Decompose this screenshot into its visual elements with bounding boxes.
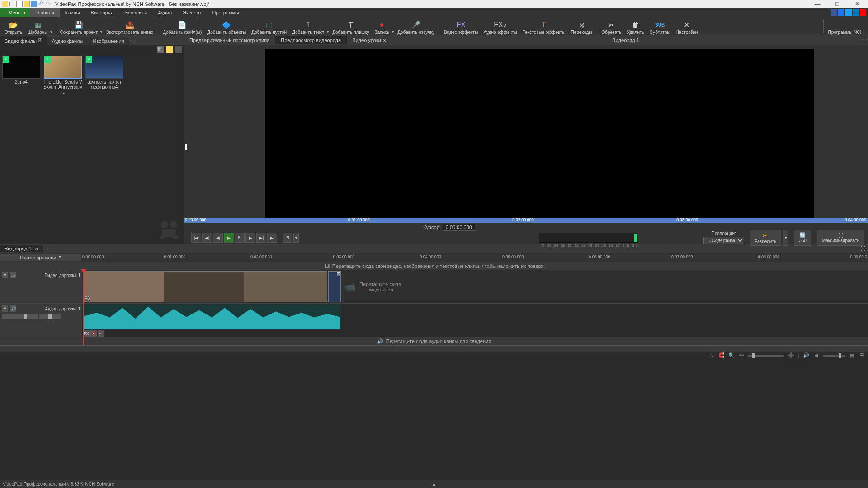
rotate360-button[interactable]: 🔄 360	[794, 230, 811, 246]
video-effects-button[interactable]: FX Видео эффекты	[441, 17, 481, 35]
dropdown-icon[interactable]: ▼	[391, 30, 395, 34]
overlay-drop-hint[interactable]: 🎞 Перетащите сюда свои видео, изображени…	[0, 262, 868, 270]
preview-tab-clip[interactable]: Предварительный просмотр клипа	[184, 36, 275, 44]
save-disk-icon[interactable]	[31, 1, 37, 7]
timeline-view-icon[interactable]: ☰	[859, 352, 865, 359]
twitter-icon[interactable]	[845, 9, 852, 16]
timeline-tab-add[interactable]: +	[43, 245, 51, 252]
add-narration-button[interactable]: 🎤 Добавить озвучку	[395, 17, 437, 35]
add-blank-button[interactable]: ▢ Добавить пустой	[249, 17, 289, 35]
horizontal-scrollbar[interactable]	[0, 345, 868, 352]
bin-tab-images[interactable]: Изображения	[88, 37, 129, 45]
goto-end-button[interactable]: ▶|	[267, 233, 277, 243]
playhead[interactable]	[83, 270, 84, 345]
transitions-button[interactable]: ⤨ Переходы	[568, 17, 595, 35]
tab-audio[interactable]: Аудио	[152, 8, 177, 17]
like-icon[interactable]	[831, 9, 837, 16]
timeline-ruler[interactable]: 0:00:00.000 0:01:00.000 0:02:00.000 0:03…	[81, 253, 868, 262]
goto-start-button[interactable]: |◀	[191, 233, 201, 243]
record-button[interactable]: ● Запись	[372, 17, 392, 35]
undo-icon[interactable]: ↶	[38, 1, 44, 7]
zoom-out-icon[interactable]: ➖	[738, 352, 745, 359]
step-back-button[interactable]: ◀|	[202, 233, 212, 243]
tab-export[interactable]: Экспорт	[177, 8, 207, 17]
audio-drop-hint[interactable]: 🔊 Перетащите сюда аудио клипы для сведен…	[0, 337, 868, 345]
bin-delete-icon[interactable]: 🗑	[157, 46, 164, 53]
volume-slider[interactable]	[2, 314, 38, 319]
main-menu-button[interactable]: ≡ Menu ▼	[0, 8, 30, 17]
expand-icon[interactable]: ⛶	[859, 38, 868, 43]
bin-item[interactable]: ✓ 2.mp4	[2, 56, 41, 94]
track-mute-icon[interactable]: 🔊	[10, 305, 16, 312]
video-clip[interactable]: FX	[83, 271, 327, 302]
audio-clip[interactable]	[83, 305, 341, 330]
bin-item[interactable]: ✓ The Elder Scrolls V Skyrim Anniversary…	[43, 56, 82, 94]
split-button[interactable]: ✂ Разделить	[750, 230, 781, 246]
tab-programs[interactable]: Программы	[207, 8, 245, 17]
clip-link-icon[interactable]: ∞	[98, 330, 104, 337]
bin-view-list-icon[interactable]: ≡	[175, 46, 182, 53]
nch-programs-button[interactable]: Программы NCH	[826, 17, 866, 35]
preview-video-area[interactable]	[184, 45, 868, 218]
prev-frame-button[interactable]: ◀	[213, 233, 223, 243]
redo-icon[interactable]: ↷	[45, 1, 52, 7]
add-text-button[interactable]: T Добавить текст	[289, 17, 327, 35]
new-project-icon[interactable]	[16, 1, 23, 7]
timeline-sequence-tab[interactable]: Видеоряд 1 ✕	[0, 245, 43, 252]
volume-slider[interactable]	[823, 355, 845, 357]
youtube-icon[interactable]	[860, 9, 866, 16]
save-project-button[interactable]: 💾 Сохранить проект	[57, 17, 100, 35]
loop-button[interactable]: ↻	[235, 233, 245, 243]
step-forward-button[interactable]: ▶|	[256, 233, 266, 243]
speed-button[interactable]: ⏱	[283, 233, 292, 243]
track-collapse-icon[interactable]: ▼	[2, 305, 8, 312]
tab-effects[interactable]: Эффекты	[119, 8, 152, 17]
bin-tab-add[interactable]: +	[129, 38, 137, 45]
audio-effects-button[interactable]: FX♪ Аудио эффекты	[481, 17, 519, 35]
track-visible-icon[interactable]: ▭	[10, 272, 16, 278]
subtitles-button[interactable]: SUB Субтитры	[647, 17, 673, 35]
minimize-button[interactable]: —	[808, 0, 826, 8]
preview-tab-sequence[interactable]: Предпросмотр видеоряда	[275, 36, 347, 44]
tab-sequence[interactable]: Видеоряд	[85, 8, 119, 17]
close-button[interactable]: ✕	[848, 0, 866, 8]
maximize-button[interactable]: □	[828, 0, 846, 8]
audio-track-body[interactable]: FX 🔇 ∞	[82, 304, 868, 337]
export-video-button[interactable]: 📤 Экспортировать видео	[103, 17, 156, 35]
facebook-icon[interactable]	[838, 9, 844, 16]
timescale-dropdown[interactable]: Шкала времени ▼	[0, 254, 81, 261]
linkedin-icon[interactable]	[853, 9, 859, 16]
video-clip[interactable]: ⊠	[328, 271, 341, 302]
zoom-fit-icon[interactable]: 🔍	[728, 352, 735, 359]
close-icon[interactable]: ✕	[383, 38, 387, 43]
text-effects-button[interactable]: T Текстовые эффекты	[520, 17, 568, 35]
zoom-slider[interactable]	[748, 355, 784, 357]
status-expand-icon[interactable]: ▲	[432, 482, 436, 487]
cursor-time-field[interactable]: 0:00:00.000	[443, 224, 475, 231]
settings-button[interactable]: ✕ Настройки	[673, 17, 700, 35]
preview-tab-tutorials[interactable]: Видео уроки✕	[347, 36, 392, 44]
magnet-icon[interactable]: 🧲	[718, 352, 725, 359]
open-button[interactable]: 📂 Открыть	[2, 17, 25, 35]
bin-content[interactable]: ✓ 2.mp4 ✓ The Elder Scrolls V Skyrim Ann…	[0, 54, 184, 244]
templates-button[interactable]: ▦ Шаблоны	[25, 17, 50, 35]
split-dropdown[interactable]: ▼	[783, 230, 788, 246]
bin-view-grid-icon[interactable]	[166, 46, 173, 53]
bin-tab-audio[interactable]: Аудио файлы	[47, 37, 89, 45]
clip-close-icon[interactable]: ⊠	[337, 272, 340, 276]
save-icon[interactable]	[24, 1, 30, 7]
video-track-body[interactable]: FX ⊠ 📹 Перетащите сюда видео клип	[82, 270, 868, 303]
clip-fx-icon[interactable]: FX	[83, 330, 90, 337]
track-collapse-icon[interactable]: ▼	[2, 272, 8, 278]
close-icon[interactable]: ✕	[35, 247, 38, 251]
bin-item[interactable]: ✓ вечность пахнет нефтью.mp4	[85, 56, 124, 94]
maximize-preview-button[interactable]: ⛶ Максимизировать	[817, 230, 864, 246]
preview-mini-timeline[interactable]: 0:00:00.000 0:01:00.000 0:02:00.000 0:03…	[184, 218, 868, 223]
snap-icon[interactable]: ⤡	[708, 352, 715, 359]
delete-button[interactable]: 🗑 Удалить	[624, 17, 647, 35]
proportions-select[interactable]: С Содержимого	[703, 237, 744, 244]
video-drop-zone[interactable]: 📹 Перетащите сюда видео клип	[344, 270, 401, 303]
mute-icon[interactable]: ◀	[813, 352, 819, 359]
next-frame-button[interactable]: ▶	[245, 233, 255, 243]
add-files-button[interactable]: 📄 Добавить файл(ы)	[160, 17, 204, 35]
